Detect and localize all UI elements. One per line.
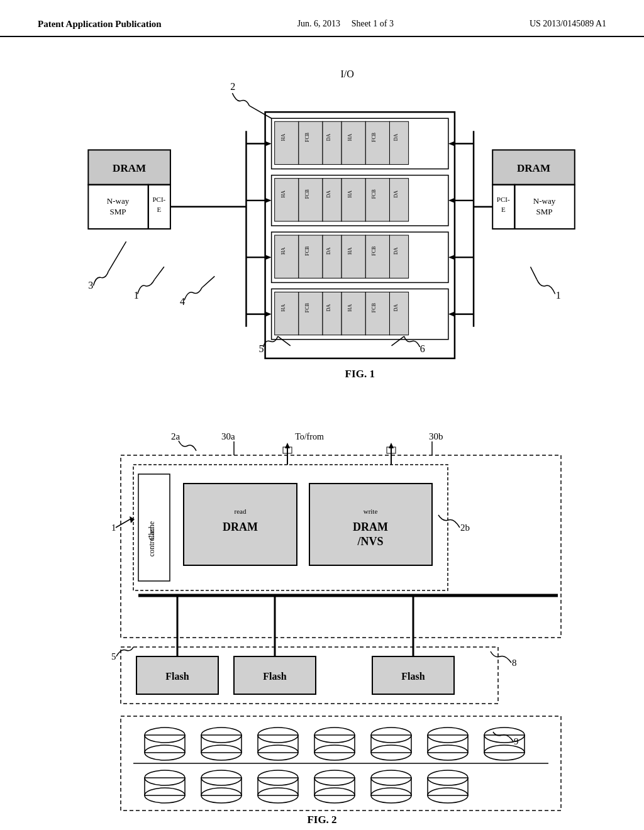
svg-line-140	[116, 518, 132, 528]
svg-rect-7	[299, 121, 323, 164]
svg-marker-128	[389, 443, 394, 448]
fig1-diagram: I/O 2 HA FCB DA HA FCB DA	[38, 50, 606, 402]
svg-line-105	[202, 276, 214, 287]
svg-text:FCB: FCB	[304, 133, 310, 142]
svg-text:DRAM: DRAM	[223, 521, 258, 533]
svg-text:Flash: Flash	[401, 671, 425, 682]
svg-line-109	[391, 336, 404, 346]
svg-text:HA: HA	[280, 191, 286, 198]
svg-text:5: 5	[259, 343, 264, 354]
svg-line-101	[108, 241, 126, 271]
pub-date: Jun. 6, 2013	[297, 19, 340, 28]
svg-text:HA: HA	[280, 304, 286, 312]
svg-text:E: E	[157, 206, 161, 213]
svg-text:PCI-: PCI-	[497, 196, 510, 203]
svg-text:/NVS: /NVS	[357, 535, 383, 548]
svg-text:controller: controller	[147, 528, 156, 557]
svg-text:1: 1	[111, 523, 116, 533]
svg-text:DRAM: DRAM	[517, 162, 550, 174]
svg-rect-171	[428, 735, 468, 753]
svg-rect-24	[323, 179, 341, 221]
svg-text:DA: DA	[393, 247, 399, 255]
svg-text:4: 4	[180, 296, 185, 307]
svg-marker-33	[265, 198, 272, 203]
svg-rect-156	[145, 735, 185, 753]
svg-text:read: read	[235, 507, 247, 515]
svg-rect-54	[323, 292, 341, 335]
svg-text:2a: 2a	[171, 431, 180, 441]
page-header: Patent Application Publication Jun. 6, 2…	[0, 0, 644, 37]
svg-text:Flash: Flash	[165, 671, 189, 682]
svg-marker-48	[265, 255, 272, 260]
svg-text:8: 8	[512, 658, 517, 668]
svg-text:DA: DA	[326, 133, 331, 141]
svg-rect-13	[365, 121, 389, 164]
svg-rect-165	[314, 735, 355, 753]
svg-text:DA: DA	[393, 133, 399, 141]
svg-text:HA: HA	[347, 304, 353, 312]
svg-text:DA: DA	[326, 304, 331, 312]
svg-text:To/from: To/from	[295, 432, 324, 441]
svg-rect-188	[314, 778, 355, 795]
svg-marker-126	[285, 443, 290, 448]
svg-text:DA: DA	[393, 191, 399, 198]
svg-text:FCB: FCB	[304, 246, 310, 256]
svg-text:HA: HA	[347, 247, 353, 255]
svg-text:N-way: N-way	[107, 196, 130, 206]
publication-date-sheet: Jun. 6, 2013 Sheet 1 of 3	[297, 19, 394, 29]
svg-rect-43	[365, 235, 389, 278]
svg-rect-58	[365, 292, 389, 335]
svg-line-111	[530, 267, 536, 279]
page-content: I/O 2 HA FCB DA HA FCB DA	[0, 37, 644, 830]
svg-rect-159	[201, 735, 242, 753]
svg-rect-37	[299, 235, 323, 278]
svg-rect-179	[145, 778, 185, 795]
svg-text:FCB: FCB	[371, 133, 377, 142]
svg-text:2b: 2b	[460, 523, 470, 533]
svg-rect-28	[365, 179, 389, 221]
svg-rect-39	[323, 235, 341, 278]
svg-text:HA: HA	[280, 247, 286, 255]
svg-text:Flash: Flash	[263, 671, 286, 682]
svg-text:FCB: FCB	[304, 189, 310, 199]
svg-text:FCB: FCB	[371, 189, 377, 199]
svg-rect-162	[258, 735, 298, 753]
svg-rect-41	[341, 235, 365, 278]
pub-sheet: Sheet 1 of 3	[352, 19, 394, 28]
svg-text:DRAM: DRAM	[353, 521, 388, 533]
svg-text:write: write	[364, 507, 378, 515]
svg-text:FCB: FCB	[371, 303, 377, 313]
svg-rect-15	[389, 121, 408, 164]
svg-rect-26	[341, 179, 365, 221]
svg-marker-63	[265, 312, 272, 317]
svg-text:6: 6	[420, 343, 425, 354]
svg-text:30a: 30a	[221, 431, 235, 441]
svg-text:DA: DA	[326, 191, 331, 198]
svg-marker-18	[265, 141, 272, 146]
svg-line-107	[278, 336, 291, 346]
svg-rect-11	[341, 121, 365, 164]
svg-rect-5	[275, 121, 299, 164]
svg-marker-67	[448, 198, 455, 203]
svg-text:FCB: FCB	[371, 246, 377, 256]
svg-text:I/O: I/O	[340, 69, 353, 79]
svg-rect-52	[299, 292, 323, 335]
svg-text:9: 9	[514, 736, 519, 746]
fig2-diagram: 2a 30a To/from 30b 2b Cache controller	[38, 421, 606, 823]
svg-text:FIG. 2: FIG. 2	[307, 814, 336, 823]
svg-text:FCB: FCB	[304, 303, 310, 313]
svg-rect-168	[371, 735, 411, 753]
svg-text:FIG. 1: FIG. 1	[345, 368, 375, 380]
svg-rect-194	[428, 778, 468, 795]
svg-rect-50	[275, 292, 299, 335]
svg-rect-56	[341, 292, 365, 335]
svg-rect-45	[389, 235, 408, 278]
svg-text:SMP: SMP	[536, 207, 553, 216]
publication-title: Patent Application Publication	[38, 19, 162, 30]
svg-marker-65	[448, 141, 455, 146]
svg-text:HA: HA	[280, 133, 286, 141]
svg-marker-141	[130, 516, 135, 523]
svg-text:SMP: SMP	[110, 207, 126, 216]
svg-rect-22	[299, 179, 323, 221]
publication-number: US 2013/0145089 A1	[530, 19, 606, 29]
